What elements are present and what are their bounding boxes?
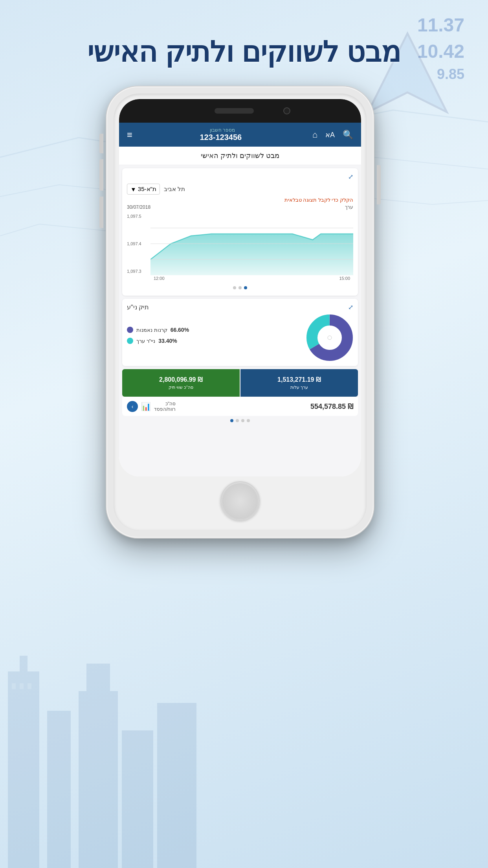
profit-loss-label: סה"כ רווח/הפסד [154,401,176,412]
hamburger-button[interactable]: ≡ [127,129,132,140]
legend-pct-2: 33.40% [158,338,177,344]
navigate-button[interactable]: › [127,401,138,412]
legend-item-1: 66.60% קרנות נאמנות [127,327,300,333]
svg-rect-7 [12,683,16,689]
profit-loss-row: ₪ 554,578.85 סה"כ רווח/הפסד 📊 › [122,397,358,416]
phone-camera [283,107,290,114]
power-button [377,165,381,204]
legend-dot-1 [127,327,133,333]
svg-rect-3 [79,691,118,868]
portfolio-donut-chart [306,314,353,361]
svg-rect-0 [8,671,39,868]
vol-down-button-2 [99,197,103,228]
home-icon[interactable]: ⌂ [312,130,317,140]
market-chart[interactable]: 1,097.5 1,097.4 1,097.3 [127,212,353,283]
portfolio-nav-dots [119,416,361,425]
value-bars: ₪ 2,800,096.99 סה"כ שווי תיק ₪ 1,513,271… [122,369,358,397]
search-icon[interactable]: 🔍 [343,130,353,140]
phone-device: 🔍 Aא ⌂ מספר חשבון 123-123456 ≡ [106,86,382,538]
market-nav-dots [127,286,353,289]
index-dropdown[interactable]: ת"א-35 ▼ [127,184,160,195]
expand-icon[interactable]: ⤢ [348,173,353,180]
cost-value-bar: ₪ 1,513,271.19 ערך עלות [240,369,358,397]
nav-dot-3-active[interactable] [244,286,247,289]
market-card: ⤢ תל אביב ת"א-35 ▼ הקלק כדי לקבל תצוגה ט… [122,168,358,296]
account-label: מספר חשבון [200,127,245,133]
value-label: ערך [345,204,353,210]
app-screen: 🔍 Aא ⌂ מספר חשבון 123-123456 ≡ [119,123,361,476]
svg-rect-8 [20,683,24,689]
chart-svg-area [150,212,353,275]
font-size-icon[interactable]: Aא [325,131,335,139]
portfolio-total-amount: ₪ 2,800,096.99 [159,376,203,383]
cost-label: ערך עלות [290,385,308,390]
cost-amount: ₪ 1,513,271.19 [277,376,321,383]
chart-x-labels: 12:00 15:00 [150,275,353,283]
profit-loss-amount: ₪ 554,578.85 [310,402,353,411]
legend-item-2: 33.40% ניי"ר ערך [127,338,300,344]
app-header: 🔍 Aא ⌂ מספר חשבון 123-123456 ≡ [119,123,361,147]
date-row: ערך 30/07/2018 [127,204,353,210]
portfolio-legend: 66.60% קרנות נאמנות 33.40% ניי"ר ערך [127,327,300,349]
header-icons: 🔍 Aא ⌂ [312,130,353,140]
chart-date: 30/07/2018 [127,204,150,210]
nav-dot-2[interactable] [238,286,242,289]
portfolio-dot-2[interactable] [236,419,239,422]
mini-chart-icon: 📊 [141,402,151,411]
home-button[interactable] [220,481,260,520]
portfolio-card: ⤢ תיק ני"ע [122,299,358,366]
market-selector: תל אביב ת"א-35 ▼ [127,184,353,195]
main-section-title: מבט לשווקים ולתיק האישי [119,147,361,165]
svg-rect-9 [28,683,31,689]
portfolio-value-bar: ₪ 2,800,096.99 סה"כ שווי תיק [122,369,240,397]
svg-rect-4 [86,664,110,691]
portfolio-dot-1-active[interactable] [230,419,233,422]
portfolio-content: 66.60% קרנות נאמנות 33.40% ניי"ר ערך [127,314,353,361]
phone-top-bar [119,99,361,123]
page-title: מבט לשווקים ולתיק האישי [0,35,488,68]
svg-rect-6 [157,703,196,868]
svg-rect-5 [122,730,153,868]
legend-label-1: קרנות נאמנות [136,327,167,333]
account-number: 123-123456 [200,133,245,142]
account-info: מספר חשבון 123-123456 [200,127,245,142]
profit-loss-right: סה"כ רווח/הפסד 📊 › [127,401,176,412]
chart-y-labels: 1,097.5 1,097.4 1,097.3 [127,212,150,275]
phone-speaker [215,108,254,114]
legend-dot-2 [127,338,133,344]
portfolio-title: תיק ני"ע [127,303,149,311]
legend-pct-1: 66.60% [171,327,189,333]
portfolio-dot-4[interactable] [247,419,250,422]
click-hint[interactable]: הקלק כדי לקבל תצוגה טבלאית [127,197,353,203]
portfolio-dot-3[interactable] [241,419,244,422]
vol-up-button [99,134,103,153]
nav-dot-1[interactable] [233,286,236,289]
portfolio-card-header: ⤢ תיק ני"ע [127,303,353,311]
market-label: תל אביב [164,186,185,193]
svg-point-18 [328,336,332,340]
portfolio-total-label: סה"כ שווי תיק [169,385,193,390]
card-header: ⤢ [127,173,353,180]
svg-rect-1 [20,656,28,671]
portfolio-expand-icon[interactable]: ⤢ [348,303,353,311]
vol-down-button-1 [99,159,103,191]
legend-label-2: ניי"ר ערך [136,338,155,344]
svg-rect-2 [47,711,71,868]
